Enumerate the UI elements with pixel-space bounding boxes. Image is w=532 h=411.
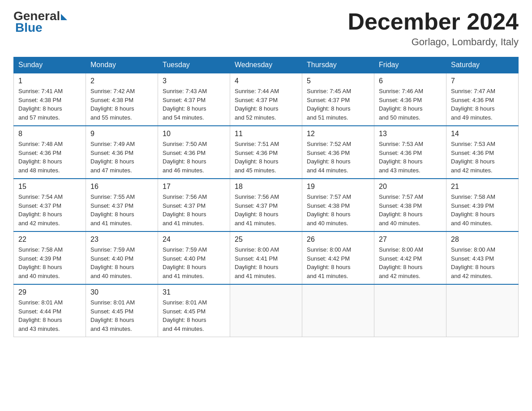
day-info: Sunrise: 7:48 AMSunset: 4:36 PMDaylight:… <box>18 140 81 175</box>
day-info: Sunrise: 7:44 AMSunset: 4:37 PMDaylight:… <box>235 87 297 122</box>
day-number: 15 <box>18 183 81 191</box>
calendar-day-cell: 26 Sunrise: 8:00 AMSunset: 4:42 PMDaylig… <box>302 231 374 284</box>
calendar-day-cell: 21 Sunrise: 7:58 AMSunset: 4:39 PMDaylig… <box>446 179 519 231</box>
day-number: 10 <box>163 130 225 138</box>
calendar-day-cell <box>446 284 519 337</box>
day-info: Sunrise: 8:01 AMSunset: 4:44 PMDaylight:… <box>18 298 81 333</box>
day-info: Sunrise: 8:00 AMSunset: 4:41 PMDaylight:… <box>235 245 297 280</box>
calendar-day-cell: 1 Sunrise: 7:41 AMSunset: 4:38 PMDayligh… <box>14 73 86 126</box>
day-info: Sunrise: 7:43 AMSunset: 4:37 PMDaylight:… <box>163 87 225 122</box>
calendar-day-cell: 10 Sunrise: 7:50 AMSunset: 4:36 PMDaylig… <box>158 126 230 179</box>
day-header-thursday: Thursday <box>302 57 374 73</box>
day-info: Sunrise: 7:41 AMSunset: 4:38 PMDaylight:… <box>18 87 81 122</box>
calendar-day-cell: 29 Sunrise: 8:01 AMSunset: 4:44 PMDaylig… <box>14 284 86 337</box>
calendar-day-cell: 31 Sunrise: 8:01 AMSunset: 4:45 PMDaylig… <box>158 284 230 337</box>
location-text: Gorlago, Lombardy, Italy <box>348 36 519 48</box>
day-header-sunday: Sunday <box>14 57 86 73</box>
day-number: 28 <box>451 235 514 244</box>
day-number: 24 <box>163 235 225 244</box>
calendar-day-cell: 13 Sunrise: 7:53 AMSunset: 4:36 PMDaylig… <box>374 126 446 179</box>
day-number: 30 <box>90 288 153 296</box>
day-number: 21 <box>451 183 514 191</box>
calendar-day-cell: 14 Sunrise: 7:53 AMSunset: 4:36 PMDaylig… <box>446 126 519 179</box>
calendar-day-cell: 6 Sunrise: 7:46 AMSunset: 4:36 PMDayligh… <box>374 73 446 126</box>
day-info: Sunrise: 8:00 AMSunset: 4:42 PMDaylight:… <box>307 245 369 280</box>
day-number: 25 <box>235 235 297 244</box>
day-info: Sunrise: 7:53 AMSunset: 4:36 PMDaylight:… <box>451 140 514 175</box>
day-info: Sunrise: 7:51 AMSunset: 4:36 PMDaylight:… <box>235 140 297 175</box>
day-number: 22 <box>18 235 81 244</box>
calendar-day-cell <box>230 284 302 337</box>
day-info: Sunrise: 8:00 AMSunset: 4:42 PMDaylight:… <box>379 245 442 280</box>
day-header-wednesday: Wednesday <box>230 57 302 73</box>
day-info: Sunrise: 7:45 AMSunset: 4:37 PMDaylight:… <box>307 87 369 122</box>
day-info: Sunrise: 8:01 AMSunset: 4:45 PMDaylight:… <box>90 298 153 333</box>
day-number: 27 <box>379 235 442 244</box>
calendar-week-row: 8 Sunrise: 7:48 AMSunset: 4:36 PMDayligh… <box>14 126 519 179</box>
calendar-week-row: 29 Sunrise: 8:01 AMSunset: 4:44 PMDaylig… <box>14 284 519 337</box>
calendar-day-cell: 22 Sunrise: 7:58 AMSunset: 4:39 PMDaylig… <box>14 231 86 284</box>
day-number: 2 <box>90 77 153 85</box>
calendar-day-cell: 27 Sunrise: 8:00 AMSunset: 4:42 PMDaylig… <box>374 231 446 284</box>
calendar-day-cell: 25 Sunrise: 8:00 AMSunset: 4:41 PMDaylig… <box>230 231 302 284</box>
calendar-day-cell: 5 Sunrise: 7:45 AMSunset: 4:37 PMDayligh… <box>302 73 374 126</box>
day-header-saturday: Saturday <box>446 57 519 73</box>
calendar-day-cell: 23 Sunrise: 7:59 AMSunset: 4:40 PMDaylig… <box>86 231 158 284</box>
day-info: Sunrise: 7:57 AMSunset: 4:38 PMDaylight:… <box>307 193 369 227</box>
day-number: 8 <box>18 130 81 138</box>
logo-arrow-icon <box>61 14 67 20</box>
day-info: Sunrise: 7:56 AMSunset: 4:37 PMDaylight:… <box>235 193 297 227</box>
calendar-day-cell: 19 Sunrise: 7:57 AMSunset: 4:38 PMDaylig… <box>302 179 374 231</box>
month-title: December 2024 <box>348 9 519 34</box>
calendar-day-cell <box>374 284 446 337</box>
calendar-day-cell: 7 Sunrise: 7:47 AMSunset: 4:36 PMDayligh… <box>446 73 519 126</box>
day-number: 13 <box>379 130 442 138</box>
day-number: 4 <box>235 77 297 85</box>
calendar-day-cell: 12 Sunrise: 7:52 AMSunset: 4:36 PMDaylig… <box>302 126 374 179</box>
calendar-day-cell: 8 Sunrise: 7:48 AMSunset: 4:36 PMDayligh… <box>14 126 86 179</box>
calendar-day-cell: 17 Sunrise: 7:56 AMSunset: 4:37 PMDaylig… <box>158 179 230 231</box>
day-info: Sunrise: 8:00 AMSunset: 4:43 PMDaylight:… <box>451 245 514 280</box>
day-number: 23 <box>90 235 153 244</box>
calendar-day-cell: 16 Sunrise: 7:55 AMSunset: 4:37 PMDaylig… <box>86 179 158 231</box>
day-number: 19 <box>307 183 369 191</box>
day-header-monday: Monday <box>86 57 158 73</box>
day-info: Sunrise: 7:58 AMSunset: 4:39 PMDaylight:… <box>451 193 514 227</box>
day-number: 31 <box>163 288 225 296</box>
day-info: Sunrise: 7:50 AMSunset: 4:36 PMDaylight:… <box>163 140 225 175</box>
calendar-day-cell: 15 Sunrise: 7:54 AMSunset: 4:37 PMDaylig… <box>14 179 86 231</box>
logo: General Blue <box>13 9 67 35</box>
day-info: Sunrise: 7:57 AMSunset: 4:38 PMDaylight:… <box>379 193 442 227</box>
day-info: Sunrise: 7:42 AMSunset: 4:38 PMDaylight:… <box>90 87 153 122</box>
day-info: Sunrise: 7:52 AMSunset: 4:36 PMDaylight:… <box>307 140 369 175</box>
calendar-day-cell: 24 Sunrise: 7:59 AMSunset: 4:40 PMDaylig… <box>158 231 230 284</box>
calendar-day-cell <box>302 284 374 337</box>
day-number: 6 <box>379 77 442 85</box>
day-info: Sunrise: 7:55 AMSunset: 4:37 PMDaylight:… <box>90 193 153 227</box>
calendar-header-row: SundayMondayTuesdayWednesdayThursdayFrid… <box>14 57 519 73</box>
day-info: Sunrise: 7:56 AMSunset: 4:37 PMDaylight:… <box>163 193 225 227</box>
calendar-week-row: 1 Sunrise: 7:41 AMSunset: 4:38 PMDayligh… <box>14 73 519 126</box>
calendar-day-cell: 30 Sunrise: 8:01 AMSunset: 4:45 PMDaylig… <box>86 284 158 337</box>
day-number: 14 <box>451 130 514 138</box>
calendar-day-cell: 20 Sunrise: 7:57 AMSunset: 4:38 PMDaylig… <box>374 179 446 231</box>
day-info: Sunrise: 7:59 AMSunset: 4:40 PMDaylight:… <box>163 245 225 280</box>
day-number: 20 <box>379 183 442 191</box>
day-header-friday: Friday <box>374 57 446 73</box>
calendar-week-row: 22 Sunrise: 7:58 AMSunset: 4:39 PMDaylig… <box>14 231 519 284</box>
day-number: 29 <box>18 288 81 296</box>
day-number: 17 <box>163 183 225 191</box>
day-number: 9 <box>90 130 153 138</box>
calendar-day-cell: 11 Sunrise: 7:51 AMSunset: 4:36 PMDaylig… <box>230 126 302 179</box>
day-info: Sunrise: 7:53 AMSunset: 4:36 PMDaylight:… <box>379 140 442 175</box>
day-info: Sunrise: 7:59 AMSunset: 4:40 PMDaylight:… <box>90 245 153 280</box>
day-info: Sunrise: 7:49 AMSunset: 4:36 PMDaylight:… <box>90 140 153 175</box>
day-info: Sunrise: 7:46 AMSunset: 4:36 PMDaylight:… <box>379 87 442 122</box>
day-number: 12 <box>307 130 369 138</box>
logo-blue-text: Blue <box>14 21 43 35</box>
day-number: 3 <box>163 77 225 85</box>
calendar-day-cell: 9 Sunrise: 7:49 AMSunset: 4:36 PMDayligh… <box>86 126 158 179</box>
day-number: 18 <box>235 183 297 191</box>
calendar-week-row: 15 Sunrise: 7:54 AMSunset: 4:37 PMDaylig… <box>14 179 519 231</box>
title-section: December 2024 Gorlago, Lombardy, Italy <box>348 9 519 48</box>
